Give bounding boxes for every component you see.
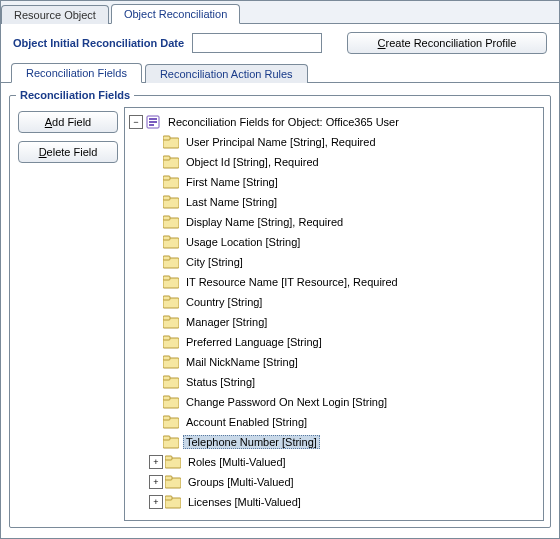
- del-text: elete Field: [47, 146, 98, 158]
- tree-item-label: Last Name [String]: [183, 195, 280, 209]
- tree-item-label: Telephone Number [String]: [183, 435, 320, 449]
- button-column: Add Field Delete Field: [16, 107, 124, 521]
- folder-icon: [163, 195, 179, 209]
- tree-item-label: Mail NickName [String]: [183, 355, 301, 369]
- expand-icon[interactable]: +: [149, 475, 163, 489]
- tree-item-label: Country [String]: [183, 295, 265, 309]
- folder-icon: [163, 215, 179, 229]
- tree-item-label: Status [String]: [183, 375, 258, 389]
- tree-item-label: Usage Location [String]: [183, 235, 303, 249]
- reconciliation-fields-panel: Reconciliation Fields Add Field Delete F…: [9, 89, 551, 528]
- btn-mnemonic: C: [378, 37, 386, 49]
- folder-icon: [163, 235, 179, 249]
- create-reconciliation-profile-button[interactable]: Create Reconciliation Profile: [347, 32, 547, 54]
- tree-root-node[interactable]: −Reconciliation Fields for Object: Offic…: [127, 112, 541, 132]
- folder-icon: [163, 255, 179, 269]
- add-text: dd Field: [52, 116, 91, 128]
- tree-item[interactable]: Last Name [String]: [127, 192, 541, 212]
- tree-item[interactable]: User Principal Name [String], Required: [127, 132, 541, 152]
- collapse-icon[interactable]: −: [129, 115, 143, 129]
- folder-icon: [163, 415, 179, 429]
- header-row: Object Initial Reconciliation Date Creat…: [1, 24, 559, 60]
- tree-item[interactable]: Preferred Language [String]: [127, 332, 541, 352]
- initial-recon-date-label: Object Initial Reconciliation Date: [13, 37, 184, 49]
- delete-field-button[interactable]: Delete Field: [18, 141, 118, 163]
- panel-body: Add Field Delete Field −Reconciliation F…: [16, 107, 544, 521]
- expand-icon[interactable]: +: [149, 495, 163, 509]
- inner-tabstrip: Reconciliation Fields Reconciliation Act…: [1, 60, 559, 83]
- panel-legend: Reconciliation Fields: [16, 89, 134, 101]
- folder-icon: [163, 375, 179, 389]
- tree-item-label: IT Resource Name [IT Resource], Required: [183, 275, 401, 289]
- tree-item[interactable]: City [String]: [127, 252, 541, 272]
- folder-icon: [163, 395, 179, 409]
- tree-item-label: User Principal Name [String], Required: [183, 135, 379, 149]
- tree-item[interactable]: Object Id [String], Required: [127, 152, 541, 172]
- tree-item[interactable]: Usage Location [String]: [127, 232, 541, 252]
- tree-item[interactable]: Display Name [String], Required: [127, 212, 541, 232]
- folder-icon: [163, 335, 179, 349]
- tab-resource-object[interactable]: Resource Object: [1, 5, 109, 24]
- tree-item-label: Preferred Language [String]: [183, 335, 325, 349]
- tree-item[interactable]: First Name [String]: [127, 172, 541, 192]
- top-tabstrip: Resource Object Object Reconciliation: [1, 1, 559, 24]
- object-icon: [145, 115, 161, 129]
- tree-item-label: Display Name [String], Required: [183, 215, 346, 229]
- tree-item[interactable]: +Groups [Multi-Valued]: [127, 472, 541, 492]
- folder-icon: [165, 495, 181, 509]
- tab-reconciliation-fields[interactable]: Reconciliation Fields: [11, 63, 142, 83]
- initial-recon-date-input[interactable]: [192, 33, 322, 53]
- tree-item-label: Licenses [Multi-Valued]: [185, 495, 304, 509]
- tree-item-label: Account Enabled [String]: [183, 415, 310, 429]
- btn-text-post: reate Reconciliation Profile: [386, 37, 517, 49]
- tree-item-label: Change Password On Next Login [String]: [183, 395, 390, 409]
- folder-icon: [165, 455, 181, 469]
- tree-item[interactable]: IT Resource Name [IT Resource], Required: [127, 272, 541, 292]
- tree-item[interactable]: +Roles [Multi-Valued]: [127, 452, 541, 472]
- object-reconciliation-window: Resource Object Object Reconciliation Ob…: [0, 0, 560, 539]
- tree-root-list: −Reconciliation Fields for Object: Offic…: [127, 112, 541, 512]
- tree-item[interactable]: Change Password On Next Login [String]: [127, 392, 541, 412]
- expand-icon[interactable]: +: [149, 455, 163, 469]
- del-mnemonic: D: [39, 146, 47, 158]
- tab-object-reconciliation[interactable]: Object Reconciliation: [111, 4, 240, 24]
- add-field-button[interactable]: Add Field: [18, 111, 118, 133]
- tree-item-label: First Name [String]: [183, 175, 281, 189]
- panel-wrap: Reconciliation Fields Add Field Delete F…: [1, 83, 559, 536]
- folder-icon: [163, 355, 179, 369]
- folder-icon: [163, 155, 179, 169]
- tree-item-label: Object Id [String], Required: [183, 155, 322, 169]
- tab-reconciliation-action-rules[interactable]: Reconciliation Action Rules: [145, 64, 308, 83]
- folder-icon: [165, 475, 181, 489]
- add-mnemonic: A: [45, 116, 52, 128]
- folder-icon: [163, 295, 179, 309]
- tree-item[interactable]: Account Enabled [String]: [127, 412, 541, 432]
- tree-item[interactable]: Manager [String]: [127, 312, 541, 332]
- folder-icon: [163, 315, 179, 329]
- folder-icon: [163, 135, 179, 149]
- tree-item-label: City [String]: [183, 255, 246, 269]
- tree-item[interactable]: Status [String]: [127, 372, 541, 392]
- tree-item-label: Manager [String]: [183, 315, 270, 329]
- folder-icon: [163, 275, 179, 289]
- tree-root-label: Reconciliation Fields for Object: Office…: [165, 115, 402, 129]
- tree-item[interactable]: Telephone Number [String]: [127, 432, 541, 452]
- tree-item-label: Roles [Multi-Valued]: [185, 455, 289, 469]
- tree-item[interactable]: +Licenses [Multi-Valued]: [127, 492, 541, 512]
- tree-item-label: Groups [Multi-Valued]: [185, 475, 297, 489]
- folder-icon: [163, 435, 179, 449]
- tree-item[interactable]: Country [String]: [127, 292, 541, 312]
- folder-icon: [163, 175, 179, 189]
- tree-item[interactable]: Mail NickName [String]: [127, 352, 541, 372]
- tree-view[interactable]: −Reconciliation Fields for Object: Offic…: [124, 107, 544, 521]
